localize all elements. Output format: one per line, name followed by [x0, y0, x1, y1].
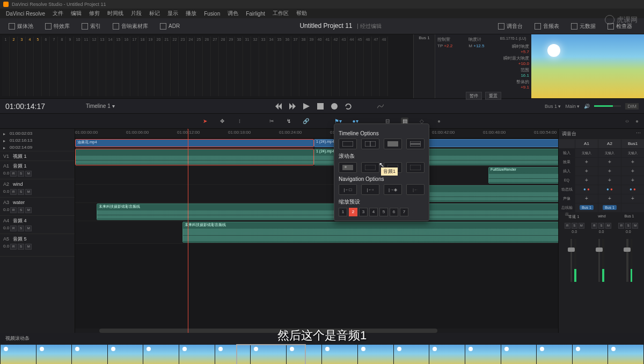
fader-47[interactable]: 47	[372, 37, 380, 96]
tb-index[interactable]: 索引	[77, 21, 105, 32]
menu-帮助[interactable]: 帮助	[292, 10, 311, 17]
scroll-opt-1[interactable]	[339, 162, 357, 173]
trim-tool-icon[interactable]: ⫶	[236, 118, 243, 125]
fader-26[interactable]: 26	[203, 37, 211, 96]
fader-28[interactable]: 28	[219, 37, 227, 96]
track-a3[interactable]	[75, 185, 558, 203]
fader-10[interactable]: 10	[75, 37, 82, 96]
zoom-preset-2[interactable]: 2	[349, 208, 357, 216]
fader-4[interactable]: 4	[26, 37, 34, 96]
fader-24[interactable]: 24	[187, 37, 195, 96]
menu-Fairlight[interactable]: Fairlight	[242, 11, 269, 17]
track-header-A2[interactable]: A2wind0.0RSM	[0, 179, 75, 198]
fader-11[interactable]: 11	[83, 37, 90, 96]
fader-17[interactable]: 17	[131, 37, 138, 96]
fader-41[interactable]: 41	[324, 37, 332, 96]
mixer-fader-2[interactable]	[617, 239, 642, 282]
wand-icon[interactable]: ↯	[285, 118, 292, 125]
fader-30[interactable]: 30	[236, 37, 243, 96]
fader-32[interactable]: 32	[252, 37, 259, 96]
fader-48[interactable]: 48	[380, 37, 388, 96]
fader-23[interactable]: 23	[179, 37, 187, 96]
zoom-preset-6[interactable]: 6	[390, 208, 398, 216]
filmstrip-thumb[interactable]	[465, 345, 501, 364]
timeline-opt-4[interactable]	[406, 139, 425, 149]
menu-修剪[interactable]: 修剪	[85, 10, 104, 17]
fader-45[interactable]: 45	[356, 37, 364, 96]
filmstrip-thumb[interactable]	[36, 345, 72, 364]
zoom-preset-5[interactable]: 5	[379, 208, 388, 216]
play-icon[interactable]	[303, 103, 310, 110]
reset-btn[interactable]: 重置	[485, 92, 501, 100]
nav-opt-4[interactable]: |←	[406, 184, 425, 195]
nav-opt-3[interactable]: |→◈	[384, 184, 402, 195]
stop-icon[interactable]	[317, 103, 324, 110]
zoom-preset-3[interactable]: 3	[359, 208, 368, 216]
fader-34[interactable]: 34	[268, 37, 275, 96]
clip[interactable]: 未来科技摄影炫彩音频线	[97, 203, 558, 220]
filmstrip-selection[interactable]	[236, 344, 306, 364]
filmstrip-thumb[interactable]	[501, 345, 537, 364]
scroll-opt-4[interactable]	[406, 162, 425, 173]
marker-out[interactable]: ▸01:02:16:13	[3, 137, 71, 144]
dot-icon[interactable]: ●	[435, 118, 443, 125]
menu-调色[interactable]: 调色	[224, 10, 242, 17]
fader-42[interactable]: 42	[332, 37, 340, 96]
loop-icon[interactable]	[345, 103, 352, 110]
zoom-preset-1[interactable]: 1	[339, 208, 347, 216]
filmstrip-thumb[interactable]	[537, 345, 572, 364]
tb-mixer[interactable]: 调音台	[494, 21, 527, 32]
fader-8[interactable]: 8	[58, 37, 66, 96]
tb-meters[interactable]: 音频表	[530, 21, 564, 32]
fader-13[interactable]: 13	[99, 37, 106, 96]
filmstrip-thumb[interactable]	[394, 345, 429, 364]
menu-工作区[interactable]: 工作区	[269, 10, 292, 17]
timeline-ruler[interactable]: 01:00:00:0001:00:06:0001:00:12:0001:00:1…	[75, 129, 558, 139]
speaker-icon[interactable]: 🔊	[584, 104, 590, 109]
fader-20[interactable]: 20	[155, 37, 163, 96]
playhead[interactable]	[188, 129, 188, 333]
panel-menu-icon[interactable]: ⋯	[636, 130, 641, 137]
track-header-A1[interactable]: A1音频 10.0RSM	[0, 161, 75, 179]
track-a1[interactable]: 1 (24).mp4 - L	[75, 148, 558, 166]
link-icon[interactable]: 🔗	[302, 118, 310, 125]
fader-19[interactable]: 19	[147, 37, 155, 96]
filmstrip-thumb[interactable]	[72, 345, 107, 364]
fader-29[interactable]: 29	[228, 37, 235, 96]
zoom-dot-icon[interactable]: ●	[635, 118, 639, 124]
selection-tool-icon[interactable]: ➤	[201, 118, 209, 125]
next-icon[interactable]	[289, 103, 296, 110]
tb-sound-lib[interactable]: 音响素材库	[108, 21, 152, 32]
fader-7[interactable]: 7	[50, 37, 58, 96]
mixer-fader-1[interactable]	[589, 239, 613, 282]
menu-DaVinci Resolve[interactable]: DaVinci Resolve	[2, 11, 49, 17]
fader-44[interactable]: 44	[348, 37, 356, 96]
filmstrip-thumb[interactable]	[608, 345, 643, 364]
prev-icon[interactable]	[275, 103, 282, 110]
tb-metadata[interactable]: 元数据	[567, 21, 600, 32]
fader-2[interactable]: 2	[10, 37, 18, 96]
timeline-dropdown[interactable]: Timeline 1 ▾	[86, 103, 115, 109]
bus-selector[interactable]: Bus 1 ▾	[545, 104, 561, 109]
filmstrip-thumb[interactable]	[358, 345, 393, 364]
scroll-opt-2[interactable]	[361, 162, 379, 173]
marker-in[interactable]: ▸01:00:02:03	[3, 130, 71, 137]
menu-播放[interactable]: 播放	[182, 10, 200, 17]
zoom-out-icon[interactable]: ‹›	[625, 118, 629, 124]
filmstrip-thumb[interactable]	[429, 345, 465, 364]
fader-9[interactable]: 9	[67, 37, 74, 96]
track-header-A5[interactable]: A5音频 50.0RSM	[0, 234, 75, 257]
track-header-A3[interactable]: A3water0.0RSM	[0, 198, 75, 216]
fader-39[interactable]: 39	[308, 37, 316, 96]
menu-时间线[interactable]: 时间线	[104, 10, 127, 17]
mixer-fader-0[interactable]	[561, 239, 586, 282]
dim-button[interactable]: DIM	[625, 103, 639, 110]
tb-adr[interactable]: ADR	[156, 21, 184, 32]
clip[interactable]: 油菜花.mp4	[75, 139, 314, 147]
clip[interactable]: 未来科技摄影炫彩音频线	[182, 222, 558, 243]
nav-opt-1[interactable]: |←□	[339, 184, 357, 195]
menu-片段[interactable]: 片段	[127, 10, 145, 17]
fader-31[interactable]: 31	[244, 37, 251, 96]
menu-文件[interactable]: 文件	[49, 10, 67, 17]
filmstrip-thumb[interactable]	[573, 345, 608, 364]
